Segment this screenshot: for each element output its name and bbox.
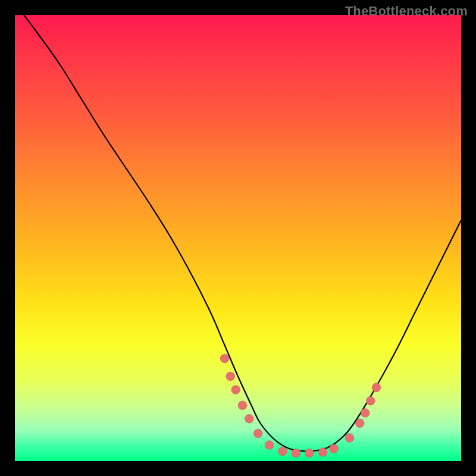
curve-marker	[305, 449, 314, 458]
curve-marker	[231, 386, 240, 394]
bottleneck-curve	[24, 15, 461, 452]
curve-markers-group	[220, 354, 381, 458]
curve-marker	[318, 448, 327, 457]
curve-marker	[253, 429, 262, 438]
chart-frame: TheBottleneck.com	[0, 0, 476, 476]
curve-marker	[361, 409, 369, 418]
curve-marker	[265, 441, 274, 450]
curve-marker	[355, 419, 364, 428]
curve-marker	[238, 401, 247, 410]
plot-area	[15, 15, 461, 461]
curve-marker	[226, 372, 235, 381]
curve-svg	[15, 15, 461, 461]
curve-marker	[366, 396, 375, 405]
curve-marker	[292, 449, 300, 458]
curve-marker	[278, 447, 287, 456]
curve-marker	[330, 444, 339, 453]
curve-marker	[245, 414, 253, 423]
watermark-text: TheBottleneck.com	[345, 4, 468, 19]
curve-marker	[345, 434, 354, 443]
curve-marker	[372, 383, 381, 392]
curve-marker	[220, 354, 229, 363]
